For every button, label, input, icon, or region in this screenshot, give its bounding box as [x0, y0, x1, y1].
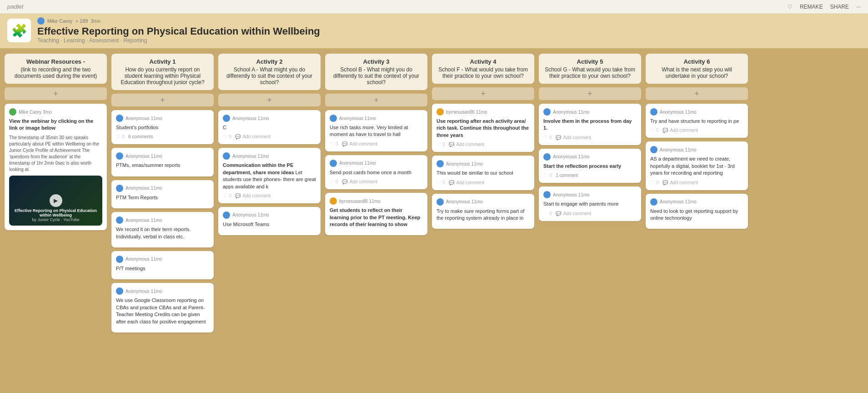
add-card-btn-activity1[interactable]: +	[111, 94, 214, 106]
more-action[interactable]: ···	[856, 4, 861, 10]
video-card[interactable]: ▶ Effective Reporting on Physical Educat…	[9, 176, 102, 226]
card-text: Send post cards home once a month	[330, 169, 423, 176]
author-label: byrnesusan86 11mo	[339, 199, 381, 204]
author-avatar	[543, 153, 551, 161]
add-comment-btn[interactable]: 💬 Add comment	[235, 193, 271, 198]
card-author: Mike Carey 3mo	[9, 108, 102, 116]
add-comment-btn[interactable]: 💬 Add comment	[556, 135, 591, 140]
heart-icon[interactable]: ♡ 0	[223, 134, 231, 140]
card-author: Anonymous 11mo	[223, 212, 316, 219]
top-bar: padlet ♡ REMAKE SHARE ···	[0, 0, 868, 14]
author-label: Anonymous 11mo	[125, 289, 162, 294]
heart-icon[interactable]: ♡ 0	[330, 141, 338, 147]
card-footer: ♡ 0💬 Add comment	[650, 127, 743, 133]
author-label: Anonymous 11mo	[232, 154, 269, 159]
heart-icon[interactable]: ♡ 0	[330, 179, 338, 185]
add-comment-btn[interactable]: 💬 Add comment	[556, 211, 591, 216]
add-card-btn-activity3[interactable]: +	[325, 94, 427, 106]
card-author: Anonymous 11mo	[116, 287, 209, 295]
card-author: Anonymous 11mo	[650, 198, 743, 206]
share-action[interactable]: SHARE	[830, 4, 849, 10]
heart-icon[interactable]: ♡ 0	[650, 180, 659, 186]
card-author: Anonymous 11mo	[116, 256, 209, 263]
author-label: Anonymous 11mo	[125, 218, 162, 223]
list-item: Anonymous 11moNeed to look to get report…	[646, 194, 748, 229]
heart-icon[interactable]: ♡ 0	[223, 193, 231, 199]
author-label: Anonymous 11mo	[660, 199, 697, 204]
card-author: Anonymous 11mo	[116, 217, 209, 224]
card-author: Anonymous 11mo	[223, 152, 316, 160]
card-author: Anonymous 11mo	[543, 108, 637, 116]
card-footer: ♡ 0💬 Add comment	[330, 141, 423, 147]
heart-icon[interactable]: ♡ 0	[437, 180, 445, 186]
list-item: Anonymous 11moTry and have structure to …	[646, 104, 748, 138]
author-label: Anonymous 11mo	[125, 154, 162, 159]
card-author: Anonymous 11mo	[543, 153, 637, 161]
author-avatar	[437, 108, 444, 116]
add-comment-btn[interactable]: 💬 Add comment	[662, 128, 698, 133]
list-item: Anonymous 11moAS a department we need to…	[646, 141, 748, 190]
author-label: Anonymous 11mo	[125, 257, 162, 262]
list-item: Anonymous 11moCommunication within the P…	[218, 148, 321, 203]
column-webinar: Webinar Resources -(link to recording an…	[5, 54, 107, 393]
add-card-btn-webinar[interactable]: +	[5, 87, 107, 100]
heart-icon[interactable]: ♡ 0	[650, 127, 659, 133]
card-text: Try and have structure to reporting in p…	[650, 118, 743, 125]
card-author: Anonymous 11mo	[543, 191, 637, 198]
add-card-btn-activity2[interactable]: +	[218, 94, 321, 106]
heart-icon[interactable]: ♡ 0	[543, 172, 552, 178]
heart-action[interactable]: ♡	[788, 4, 793, 10]
list-item: Anonymous 11moStart the reflection proce…	[539, 149, 641, 183]
top-bar-actions: ♡ REMAKE SHARE ···	[788, 4, 861, 10]
card-text: Start to engage with parents more	[543, 201, 637, 207]
add-card-btn-activity6[interactable]: +	[646, 87, 748, 100]
comment-icon: 💬	[662, 180, 668, 185]
comment-icon: 💬	[235, 134, 241, 139]
list-item: Anonymous 11moTry to make sure reporting…	[432, 194, 534, 229]
add-comment-btn[interactable]: 💬 Add comment	[342, 179, 377, 184]
padlet-logo: padlet	[7, 3, 23, 10]
author-avatar	[116, 256, 123, 263]
page-subtitle: Teaching · Learning · Assessment · Repor…	[37, 37, 320, 44]
column-activity6: Activity 6What is the next step you will…	[646, 54, 748, 393]
card-author: Anonymous 11mo	[437, 160, 530, 167]
card-author: byrnesusan86 11mo	[437, 108, 530, 116]
card-text: PTM Term Reports	[116, 194, 209, 201]
add-card-btn-activity5[interactable]: +	[539, 87, 641, 100]
column-header-activity3: Activity 3School B - What might you do d…	[325, 54, 427, 90]
author-name: Mike Carey	[47, 18, 73, 24]
author-avatar	[223, 212, 230, 219]
list-item: Anonymous 11moWe use Google Classroom re…	[111, 283, 214, 333]
card-author: Anonymous 11mo	[437, 198, 530, 206]
card-author: Anonymous 11mo	[116, 152, 209, 160]
author-avatar	[437, 198, 444, 206]
heart-icon[interactable]: ♡ 0	[543, 211, 552, 217]
heart-icon[interactable]: ♡ 0	[543, 135, 552, 141]
add-comment-btn[interactable]: 💬 Add comment	[449, 142, 484, 147]
author-avatar	[330, 197, 337, 205]
list-item: Anonymous 11moWe record it on their term…	[111, 212, 214, 247]
heart-icon[interactable]: ♡ 0	[437, 141, 445, 147]
header-info: Mike Carey + 189 3mo Effective Reporting…	[37, 17, 320, 44]
add-comment-btn[interactable]: 💬 Add comment	[662, 180, 698, 185]
author-avatar	[116, 115, 123, 122]
card-text: We use Google Classroom reporting on CBA…	[116, 297, 209, 325]
card-text: AS a department we need to create, hopef…	[650, 156, 743, 176]
author-avatar	[650, 146, 657, 153]
card-footer: ♡ 0💬 Add comment	[223, 193, 316, 199]
card-footer: ♡ 06 comments	[116, 134, 209, 140]
add-comment-btn[interactable]: 💬 Add comment	[235, 134, 271, 139]
add-comment-btn[interactable]: 💬 Add comment	[342, 141, 377, 146]
card-text: Involve them in the process from day 1.	[543, 118, 637, 132]
add-card-btn-activity4[interactable]: +	[432, 87, 534, 100]
card-text: Use rich tasks more. Very limited at mom…	[330, 124, 423, 138]
add-comment-btn[interactable]: 💬 Add comment	[449, 180, 484, 185]
card-footer: ♡ 0💬 Add comment	[437, 141, 530, 147]
column-header-activity2: Activity 2School A - What might you do d…	[218, 54, 321, 90]
column-header-activity1: Activity 1How do you currently report on…	[111, 54, 214, 90]
column-header-activity6: Activity 6What is the next step you will…	[646, 54, 748, 84]
remake-action[interactable]: REMAKE	[800, 4, 823, 10]
heart-icon[interactable]: ♡ 0	[116, 134, 125, 140]
comment-icon: 💬	[342, 141, 347, 146]
play-button[interactable]: ▶	[50, 194, 62, 207]
